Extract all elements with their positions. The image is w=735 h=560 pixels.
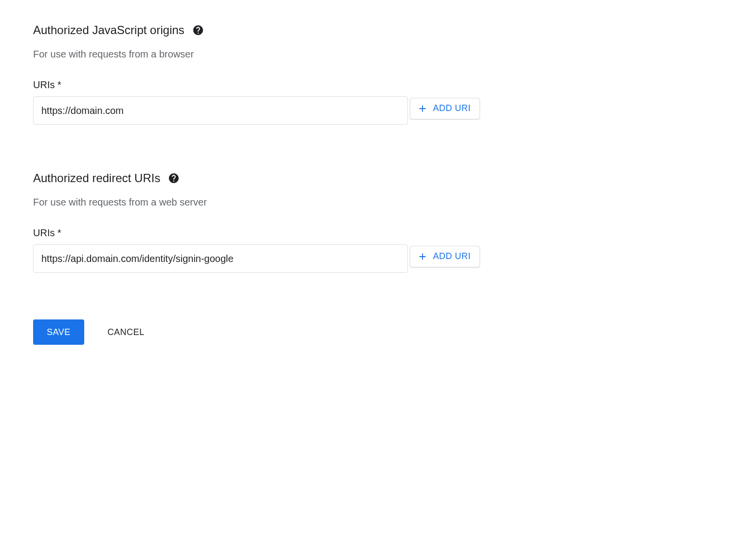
uris-field-label: URIs *	[33, 227, 702, 239]
help-icon[interactable]	[192, 24, 204, 36]
section-title: Authorized JavaScript origins	[33, 23, 184, 37]
redirect-uri-input[interactable]	[33, 244, 408, 273]
section-header: Authorized redirect URIs	[33, 171, 702, 185]
save-button[interactable]: SAVE	[33, 319, 84, 345]
add-js-origin-uri-button[interactable]: ADD URI	[410, 98, 480, 119]
js-origin-uri-input[interactable]	[33, 96, 408, 125]
add-redirect-uri-button[interactable]: ADD URI	[410, 246, 480, 267]
section-subtitle: For use with requests from a web server	[33, 197, 702, 208]
plus-icon	[417, 103, 428, 114]
section-title: Authorized redirect URIs	[33, 171, 160, 185]
uris-field-label: URIs *	[33, 79, 702, 91]
action-button-row: SAVE CANCEL	[33, 319, 702, 345]
add-uri-button-label: ADD URI	[433, 103, 471, 113]
help-icon[interactable]	[168, 172, 180, 184]
add-uri-button-label: ADD URI	[433, 251, 471, 261]
section-header: Authorized JavaScript origins	[33, 23, 702, 37]
authorized-redirect-uris-section: Authorized redirect URIs For use with re…	[33, 171, 702, 284]
cancel-button[interactable]: CANCEL	[104, 321, 148, 343]
section-subtitle: For use with requests from a browser	[33, 49, 702, 60]
authorized-js-origins-section: Authorized JavaScript origins For use wi…	[33, 23, 702, 136]
plus-icon	[417, 251, 428, 262]
